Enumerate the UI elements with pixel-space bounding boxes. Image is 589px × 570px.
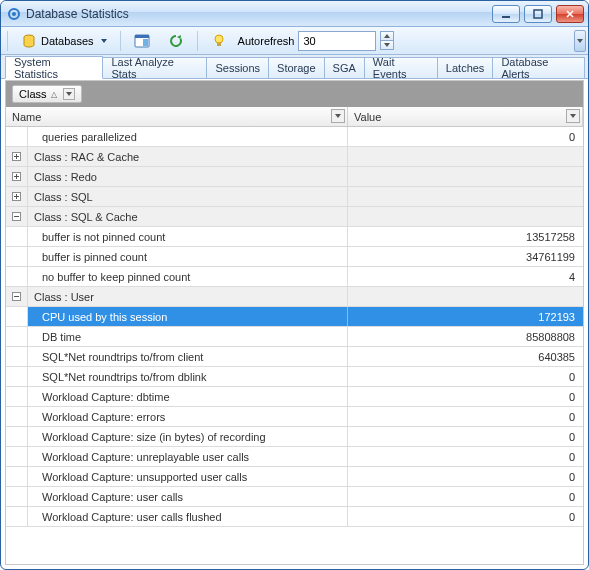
cell-value: 0 xyxy=(348,127,583,146)
tab-system-statistics[interactable]: System Statistics xyxy=(5,56,103,79)
maximize-button[interactable] xyxy=(524,5,552,23)
tree-cell xyxy=(6,427,28,446)
app-icon xyxy=(7,7,21,21)
toolbar-overflow-button[interactable] xyxy=(574,30,586,52)
cell-name: Workload Capture: unreplayable user call… xyxy=(28,447,348,466)
class-group-row[interactable]: Class : User xyxy=(6,287,583,307)
tree-cell xyxy=(6,227,28,246)
column-name-menu-button[interactable] xyxy=(331,109,345,123)
lightbulb-icon xyxy=(211,33,227,49)
table-row[interactable]: Workload Capture: errors0 xyxy=(6,407,583,427)
svg-point-1 xyxy=(12,12,16,16)
chevron-down-icon xyxy=(335,114,341,118)
tab-label: Wait Events xyxy=(373,56,429,80)
close-button[interactable] xyxy=(556,5,584,23)
expand-button[interactable] xyxy=(12,152,21,161)
tab-label: Last Analyze Stats xyxy=(111,56,198,80)
expand-button[interactable] xyxy=(12,172,21,181)
cell-value: 0 xyxy=(348,407,583,426)
window-view-button[interactable] xyxy=(127,30,157,52)
chevron-down-icon xyxy=(570,114,576,118)
table-row[interactable]: SQL*Net roundtrips to/from client640385 xyxy=(6,347,583,367)
tree-cell xyxy=(6,207,28,226)
class-group-row[interactable]: Class : RAC & Cache xyxy=(6,147,583,167)
cell-name: Workload Capture: dbtime xyxy=(28,387,348,406)
autorefresh-input[interactable] xyxy=(298,31,376,51)
group-chip-class[interactable]: Class △ xyxy=(12,85,82,103)
expand-button[interactable] xyxy=(12,192,21,201)
cell-name: Class : Redo xyxy=(28,167,348,186)
cell-name: Workload Capture: size (in bytes) of rec… xyxy=(28,427,348,446)
table-row[interactable]: CPU used by this session172193 xyxy=(6,307,583,327)
tree-cell xyxy=(6,187,28,206)
cell-name: DB time xyxy=(28,327,348,346)
tree-cell xyxy=(6,327,28,346)
cell-name: Class : SQL xyxy=(28,187,348,206)
tab-label: Latches xyxy=(446,62,485,74)
table-row[interactable]: no buffer to keep pinned count4 xyxy=(6,267,583,287)
cell-value xyxy=(348,187,583,206)
table-row[interactable]: DB time85808808 xyxy=(6,327,583,347)
group-chip-label: Class xyxy=(19,88,47,100)
grid-body[interactable]: queries parallelized0Class : RAC & Cache… xyxy=(6,127,583,564)
class-group-row[interactable]: Class : SQL xyxy=(6,187,583,207)
cell-value: 4 xyxy=(348,267,583,286)
tree-cell xyxy=(6,167,28,186)
cell-value: 0 xyxy=(348,467,583,486)
toolbar-separator xyxy=(120,31,121,51)
table-row[interactable]: Workload Capture: user calls flushed0 xyxy=(6,507,583,527)
class-group-row[interactable]: Class : Redo xyxy=(6,167,583,187)
svg-rect-8 xyxy=(135,35,149,38)
autorefresh-label: Autorefresh xyxy=(238,35,295,47)
table-row[interactable]: buffer is pinned count34761199 xyxy=(6,247,583,267)
table-row[interactable]: Workload Capture: size (in bytes) of rec… xyxy=(6,427,583,447)
tab-database-alerts[interactable]: Database Alerts xyxy=(492,57,585,78)
title-bar[interactable]: Database Statistics xyxy=(1,1,588,27)
databases-dropdown[interactable]: Databases xyxy=(14,30,114,52)
table-row[interactable]: Workload Capture: dbtime0 xyxy=(6,387,583,407)
tree-cell xyxy=(6,347,28,366)
cell-value xyxy=(348,287,583,306)
tab-sga[interactable]: SGA xyxy=(324,57,365,78)
cell-value: 0 xyxy=(348,447,583,466)
column-value-menu-button[interactable] xyxy=(566,109,580,123)
group-chip-menu-button[interactable] xyxy=(63,88,75,100)
table-row[interactable]: Workload Capture: unsupported user calls… xyxy=(6,467,583,487)
chevron-down-icon xyxy=(577,39,583,43)
table-row[interactable]: queries parallelized0 xyxy=(6,127,583,147)
cell-value: 640385 xyxy=(348,347,583,366)
grid-panel: Class △ Name Value queries parallelized0… xyxy=(5,80,584,565)
table-row[interactable]: Workload Capture: user calls0 xyxy=(6,487,583,507)
cell-name: Class : RAC & Cache xyxy=(28,147,348,166)
cell-name: Class : User xyxy=(28,287,348,306)
table-row[interactable]: buffer is not pinned count13517258 xyxy=(6,227,583,247)
tab-storage[interactable]: Storage xyxy=(268,57,325,78)
minimize-button[interactable] xyxy=(492,5,520,23)
hint-button[interactable] xyxy=(204,30,234,52)
tab-last-analyze-stats[interactable]: Last Analyze Stats xyxy=(102,57,207,78)
column-header-name[interactable]: Name xyxy=(6,107,348,126)
tab-wait-events[interactable]: Wait Events xyxy=(364,57,438,78)
tree-cell xyxy=(6,487,28,506)
class-group-row[interactable]: Class : SQL & Cache xyxy=(6,207,583,227)
cell-name: CPU used by this session xyxy=(28,307,348,326)
svg-rect-9 xyxy=(143,39,148,46)
autorefresh-down-button[interactable] xyxy=(380,40,394,50)
column-headers: Name Value xyxy=(6,107,583,127)
toolbar: Databases Autorefresh xyxy=(1,27,588,55)
column-header-value-label: Value xyxy=(354,111,381,123)
refresh-button[interactable] xyxy=(161,30,191,52)
tab-label: Storage xyxy=(277,62,316,74)
window-view-icon xyxy=(134,33,150,49)
table-row[interactable]: SQL*Net roundtrips to/from dblink0 xyxy=(6,367,583,387)
column-header-value[interactable]: Value xyxy=(348,107,583,126)
chevron-down-icon xyxy=(66,92,72,96)
collapse-button[interactable] xyxy=(12,292,21,301)
collapse-button[interactable] xyxy=(12,212,21,221)
cell-value: 85808808 xyxy=(348,327,583,346)
tree-cell xyxy=(6,367,28,386)
tab-latches[interactable]: Latches xyxy=(437,57,494,78)
table-row[interactable]: Workload Capture: unreplayable user call… xyxy=(6,447,583,467)
tab-sessions[interactable]: Sessions xyxy=(206,57,269,78)
group-by-bar[interactable]: Class △ xyxy=(6,81,583,107)
